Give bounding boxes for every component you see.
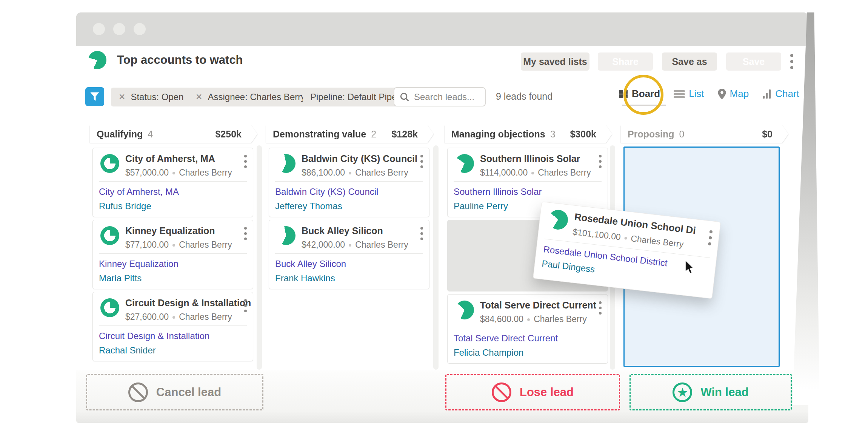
filter-chip-assignee[interactable]: ✕ Assignee: Charles Berry bbox=[188, 88, 313, 106]
card-menu-icon[interactable] bbox=[244, 153, 247, 169]
win-lead-dropzone[interactable]: ★ Win lead bbox=[629, 374, 792, 410]
page: Top accounts to watch My saved lists Sha… bbox=[0, 0, 868, 438]
grid-icon bbox=[619, 89, 628, 99]
card-menu-icon[interactable] bbox=[244, 225, 247, 241]
window-control-dot[interactable] bbox=[113, 23, 125, 35]
lead-owner: Charles Berry bbox=[534, 314, 587, 324]
lead-value: $86,100.00 bbox=[302, 168, 345, 177]
bar-chart-icon bbox=[762, 89, 771, 99]
card-divider bbox=[454, 328, 602, 328]
lead-pie-icon bbox=[455, 301, 474, 319]
card-menu-icon[interactable] bbox=[244, 298, 247, 313]
lead-action-bar: Cancel lead Lose lead ★ Win lead bbox=[76, 370, 808, 412]
share-button[interactable]: Share bbox=[598, 52, 653, 71]
contact-link[interactable]: Jefferey Thomas bbox=[275, 201, 342, 211]
card-menu-icon[interactable] bbox=[599, 153, 602, 169]
column-demonstrating-value: Baldwin City (KS) Council $86,100.00Char… bbox=[269, 148, 429, 289]
map-pin-icon bbox=[718, 89, 726, 99]
no-icon bbox=[128, 382, 148, 402]
card-divider bbox=[99, 325, 247, 326]
lose-lead-dropzone[interactable]: Lose lead bbox=[445, 374, 620, 410]
tab-list-view[interactable]: List bbox=[674, 88, 704, 100]
lead-subtitle: $86,100.00Charles Berry bbox=[302, 168, 408, 178]
tab-board-view[interactable]: Board bbox=[619, 88, 660, 100]
column-header-demonstrating-value[interactable]: Demonstrating value2$128k bbox=[266, 125, 434, 143]
lead-value: $42,000.00 bbox=[302, 240, 345, 250]
company-link[interactable]: Kinney Equalization bbox=[99, 259, 179, 269]
page-header: Top accounts to watch My saved lists Sha… bbox=[76, 46, 808, 77]
remove-filter-icon[interactable]: ✕ bbox=[119, 92, 125, 102]
filter-funnel-button[interactable] bbox=[85, 87, 104, 106]
lead-pie-icon bbox=[100, 154, 119, 173]
lead-card[interactable]: Baldwin City (KS) Council $86,100.00Char… bbox=[269, 148, 429, 217]
column-header-managing-objections[interactable]: Managing objections3$300k bbox=[445, 125, 612, 143]
company-link[interactable]: Total Serve Direct Current bbox=[454, 333, 558, 344]
contact-link[interactable]: Maria Pitts bbox=[99, 273, 142, 284]
separator-dot bbox=[349, 244, 351, 247]
mouse-cursor bbox=[685, 260, 697, 275]
contact-link[interactable]: Rachal Snider bbox=[99, 345, 156, 356]
lead-pie-icon bbox=[277, 154, 295, 173]
lead-owner: Charles Berry bbox=[355, 168, 408, 177]
lead-pie-icon bbox=[100, 298, 119, 317]
filter-chip-status[interactable]: ✕ Status: Open bbox=[111, 88, 191, 106]
card-divider bbox=[99, 253, 247, 254]
window-control-dot[interactable] bbox=[134, 23, 146, 35]
lead-card[interactable]: Total Serve Direct Current $84,600.00Cha… bbox=[447, 294, 608, 364]
contact-link[interactable]: Felicia Champion bbox=[454, 347, 523, 358]
card-menu-icon[interactable] bbox=[420, 153, 423, 169]
lead-subtitle: $84,600.00Charles Berry bbox=[480, 314, 587, 324]
column-gap bbox=[257, 145, 262, 370]
contact-link[interactable]: Pauline Perry bbox=[454, 201, 508, 211]
company-link[interactable]: Baldwin City (KS) Council bbox=[275, 187, 378, 197]
app-window: Top accounts to watch My saved lists Sha… bbox=[76, 12, 808, 423]
contact-link[interactable]: Frank Hawkins bbox=[275, 273, 335, 284]
column-header-qualifying[interactable]: Qualifying4$250k bbox=[90, 125, 257, 143]
separator-dot bbox=[531, 172, 534, 174]
remove-filter-icon[interactable]: ✕ bbox=[195, 92, 202, 102]
lead-title: Total Serve Direct Current bbox=[480, 300, 596, 311]
company-link[interactable]: City of Amherst, MA bbox=[99, 187, 179, 197]
lead-value: $77,100.00 bbox=[125, 240, 169, 250]
header-overflow-menu-icon[interactable] bbox=[790, 52, 793, 71]
card-menu-icon[interactable] bbox=[420, 225, 423, 241]
lead-value: $114,000.00 bbox=[480, 168, 528, 177]
lead-card[interactable]: City of Amherst, MA $57,000.00Charles Be… bbox=[92, 148, 253, 217]
company-link[interactable]: Circuit Design & Installation bbox=[99, 331, 209, 341]
star-icon: ★ bbox=[673, 382, 692, 402]
contact-link[interactable]: Rufus Bridge bbox=[99, 201, 151, 211]
lead-subtitle: $27,600.00Charles Berry bbox=[125, 312, 232, 322]
cancel-lead-dropzone[interactable]: Cancel lead bbox=[86, 374, 263, 410]
lead-card[interactable]: Kinney Equalization $77,100.00Charles Be… bbox=[92, 220, 253, 289]
window-control-dot[interactable] bbox=[93, 23, 105, 35]
lead-owner: Charles Berry bbox=[179, 240, 232, 250]
lead-value: $57,000.00 bbox=[125, 168, 169, 177]
separator-dot bbox=[349, 172, 351, 174]
column-gap bbox=[433, 145, 439, 370]
lead-pie-icon bbox=[455, 154, 474, 173]
separator-dot bbox=[172, 172, 175, 174]
lead-pie-icon bbox=[547, 209, 569, 231]
column-header-proposing[interactable]: Proposing0$0 bbox=[621, 125, 788, 143]
search-icon bbox=[400, 92, 409, 102]
save-button[interactable]: Save bbox=[726, 52, 781, 71]
search-input[interactable] bbox=[413, 91, 479, 103]
contact-link[interactable]: Paul Dingess bbox=[541, 258, 596, 275]
results-count: 9 leads found bbox=[496, 91, 553, 102]
tab-chart-view[interactable]: Chart bbox=[762, 88, 799, 100]
lead-card[interactable]: Circuit Design & Installation $27,600.00… bbox=[92, 292, 253, 361]
lead-owner: Charles Berry bbox=[179, 312, 232, 322]
card-divider bbox=[99, 181, 247, 182]
card-menu-icon[interactable] bbox=[708, 229, 713, 247]
my-saved-lists-button[interactable]: My saved lists bbox=[521, 52, 589, 71]
tab-map-view[interactable]: Map bbox=[718, 88, 749, 100]
company-link[interactable]: Southern Illinois Solar bbox=[454, 187, 542, 197]
save-as-button[interactable]: Save as bbox=[662, 52, 717, 71]
lead-title: City of Amherst, MA bbox=[125, 153, 215, 164]
lead-title: Circuit Design & Installation bbox=[125, 298, 251, 308]
company-link[interactable]: Buck Alley Silicon bbox=[275, 259, 346, 269]
card-menu-icon[interactable] bbox=[599, 300, 602, 316]
separator-dot bbox=[527, 318, 530, 321]
lead-value: $101,100.00 bbox=[572, 227, 621, 242]
lead-card[interactable]: Buck Alley Silicon $42,000.00Charles Ber… bbox=[269, 220, 429, 289]
